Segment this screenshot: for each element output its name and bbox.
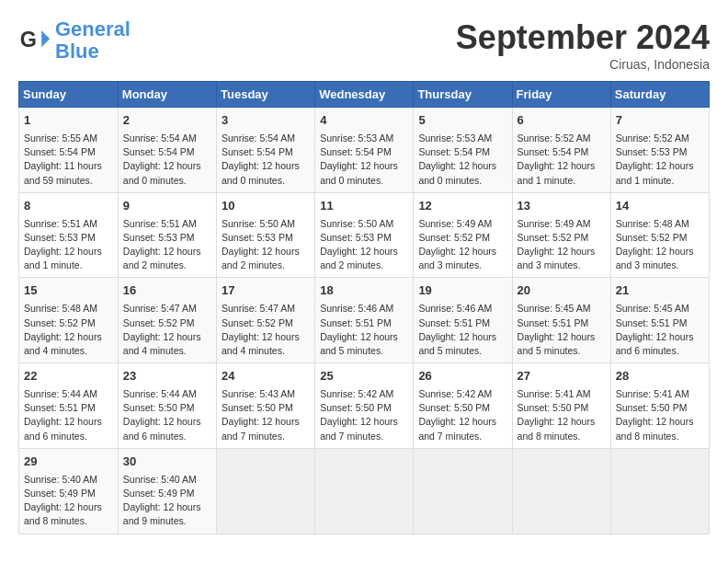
calendar-cell xyxy=(610,448,709,534)
day-number: 1 xyxy=(24,112,113,130)
day-number: 14 xyxy=(616,198,704,215)
calendar-week-4: 22Sunrise: 5:44 AMSunset: 5:51 PMDayligh… xyxy=(19,363,710,449)
day-number: 9 xyxy=(123,198,211,215)
day-number: 17 xyxy=(222,282,310,300)
calendar-cell: 28Sunrise: 5:41 AMSunset: 5:50 PMDayligh… xyxy=(610,363,709,449)
calendar-week-1: 1Sunrise: 5:55 AMSunset: 5:54 PMDaylight… xyxy=(19,108,710,193)
header-wednesday: Wednesday xyxy=(315,82,414,108)
header-friday: Friday xyxy=(512,82,610,108)
day-info: Sunrise: 5:52 AMSunset: 5:54 PMDaylight:… xyxy=(518,132,606,188)
logo-text: GeneralBlue xyxy=(55,18,131,63)
day-info: Sunrise: 5:50 AMSunset: 5:53 PMDaylight:… xyxy=(320,217,408,273)
day-number: 15 xyxy=(24,282,113,300)
calendar-week-2: 8Sunrise: 5:51 AMSunset: 5:53 PMDaylight… xyxy=(19,192,710,278)
calendar-cell: 15Sunrise: 5:48 AMSunset: 5:52 PMDayligh… xyxy=(19,278,119,363)
day-info: Sunrise: 5:42 AMSunset: 5:50 PMDaylight:… xyxy=(320,387,408,443)
day-info: Sunrise: 5:53 AMSunset: 5:54 PMDaylight:… xyxy=(320,132,408,188)
calendar-cell xyxy=(217,448,315,534)
calendar-cell: 18Sunrise: 5:46 AMSunset: 5:51 PMDayligh… xyxy=(315,278,414,363)
calendar-cell: 6Sunrise: 5:52 AMSunset: 5:54 PMDaylight… xyxy=(512,108,610,193)
location-subtitle: Ciruas, Indonesia xyxy=(456,57,710,72)
calendar-cell: 2Sunrise: 5:54 AMSunset: 5:54 PMDaylight… xyxy=(118,108,216,193)
calendar-cell: 19Sunrise: 5:46 AMSunset: 5:51 PMDayligh… xyxy=(414,278,512,363)
day-number: 22 xyxy=(24,368,113,385)
svg-text:G: G xyxy=(20,28,37,52)
calendar-cell: 17Sunrise: 5:47 AMSunset: 5:52 PMDayligh… xyxy=(217,278,315,363)
day-info: Sunrise: 5:44 AMSunset: 5:50 PMDaylight:… xyxy=(123,387,211,443)
logo-icon: G xyxy=(18,24,51,57)
day-info: Sunrise: 5:42 AMSunset: 5:50 PMDaylight:… xyxy=(418,387,506,443)
day-number: 10 xyxy=(222,198,310,215)
day-info: Sunrise: 5:50 AMSunset: 5:53 PMDaylight:… xyxy=(222,217,310,273)
calendar-cell: 13Sunrise: 5:49 AMSunset: 5:52 PMDayligh… xyxy=(512,192,610,278)
header-thursday: Thursday xyxy=(414,82,512,108)
calendar-cell: 12Sunrise: 5:49 AMSunset: 5:52 PMDayligh… xyxy=(414,192,512,278)
day-number: 25 xyxy=(320,368,408,385)
day-info: Sunrise: 5:53 AMSunset: 5:54 PMDaylight:… xyxy=(418,132,506,188)
calendar-table: SundayMondayTuesdayWednesdayThursdayFrid… xyxy=(18,81,710,534)
day-number: 23 xyxy=(123,368,211,385)
calendar-cell xyxy=(315,448,414,534)
month-title: September 2024 xyxy=(456,18,710,57)
day-number: 20 xyxy=(518,282,606,300)
day-info: Sunrise: 5:43 AMSunset: 5:50 PMDaylight:… xyxy=(222,387,310,443)
calendar-cell: 3Sunrise: 5:54 AMSunset: 5:54 PMDaylight… xyxy=(217,108,315,193)
calendar-cell: 5Sunrise: 5:53 AMSunset: 5:54 PMDaylight… xyxy=(414,108,512,193)
day-number: 28 xyxy=(616,368,704,385)
day-number: 4 xyxy=(320,112,408,130)
day-info: Sunrise: 5:51 AMSunset: 5:53 PMDaylight:… xyxy=(24,217,113,273)
calendar-cell: 8Sunrise: 5:51 AMSunset: 5:53 PMDaylight… xyxy=(19,192,119,278)
svg-marker-1 xyxy=(41,30,50,47)
calendar-cell: 7Sunrise: 5:52 AMSunset: 5:53 PMDaylight… xyxy=(610,108,709,193)
header-tuesday: Tuesday xyxy=(217,82,315,108)
day-info: Sunrise: 5:44 AMSunset: 5:51 PMDaylight:… xyxy=(24,387,113,443)
calendar-cell: 20Sunrise: 5:45 AMSunset: 5:51 PMDayligh… xyxy=(512,278,610,363)
day-info: Sunrise: 5:45 AMSunset: 5:51 PMDaylight:… xyxy=(518,302,606,358)
calendar-cell: 27Sunrise: 5:41 AMSunset: 5:50 PMDayligh… xyxy=(512,363,610,449)
header-sunday: Sunday xyxy=(19,82,119,108)
calendar-cell: 21Sunrise: 5:45 AMSunset: 5:51 PMDayligh… xyxy=(610,278,709,363)
day-number: 5 xyxy=(418,112,506,130)
day-info: Sunrise: 5:46 AMSunset: 5:51 PMDaylight:… xyxy=(320,302,408,358)
calendar-week-3: 15Sunrise: 5:48 AMSunset: 5:52 PMDayligh… xyxy=(19,278,710,363)
day-number: 11 xyxy=(320,198,408,215)
day-info: Sunrise: 5:54 AMSunset: 5:54 PMDaylight:… xyxy=(222,132,310,188)
day-info: Sunrise: 5:55 AMSunset: 5:54 PMDaylight:… xyxy=(24,132,113,188)
day-info: Sunrise: 5:47 AMSunset: 5:52 PMDaylight:… xyxy=(123,302,211,358)
calendar-cell: 29Sunrise: 5:40 AMSunset: 5:49 PMDayligh… xyxy=(19,448,119,534)
title-block: September 2024 Ciruas, Indonesia xyxy=(456,18,710,72)
day-info: Sunrise: 5:49 AMSunset: 5:52 PMDaylight:… xyxy=(418,217,506,273)
day-number: 3 xyxy=(222,112,310,130)
day-info: Sunrise: 5:51 AMSunset: 5:53 PMDaylight:… xyxy=(123,217,211,273)
day-number: 12 xyxy=(418,198,506,215)
page-header: G GeneralBlue September 2024 Ciruas, Ind… xyxy=(18,18,710,72)
day-info: Sunrise: 5:52 AMSunset: 5:53 PMDaylight:… xyxy=(616,132,704,188)
header-monday: Monday xyxy=(118,82,216,108)
calendar-week-5: 29Sunrise: 5:40 AMSunset: 5:49 PMDayligh… xyxy=(19,448,710,534)
day-info: Sunrise: 5:46 AMSunset: 5:51 PMDaylight:… xyxy=(418,302,506,358)
calendar-cell: 30Sunrise: 5:40 AMSunset: 5:49 PMDayligh… xyxy=(118,448,216,534)
calendar-cell: 23Sunrise: 5:44 AMSunset: 5:50 PMDayligh… xyxy=(118,363,216,449)
calendar-cell: 26Sunrise: 5:42 AMSunset: 5:50 PMDayligh… xyxy=(414,363,512,449)
day-number: 26 xyxy=(418,368,506,385)
calendar-cell: 1Sunrise: 5:55 AMSunset: 5:54 PMDaylight… xyxy=(19,108,119,193)
day-info: Sunrise: 5:45 AMSunset: 5:51 PMDaylight:… xyxy=(616,302,704,358)
calendar-cell: 9Sunrise: 5:51 AMSunset: 5:53 PMDaylight… xyxy=(118,192,216,278)
calendar-cell: 22Sunrise: 5:44 AMSunset: 5:51 PMDayligh… xyxy=(19,363,119,449)
day-info: Sunrise: 5:49 AMSunset: 5:52 PMDaylight:… xyxy=(518,217,606,273)
day-number: 18 xyxy=(320,282,408,300)
calendar-cell: 10Sunrise: 5:50 AMSunset: 5:53 PMDayligh… xyxy=(217,192,315,278)
day-info: Sunrise: 5:48 AMSunset: 5:52 PMDaylight:… xyxy=(24,302,113,358)
day-number: 24 xyxy=(222,368,310,385)
calendar-cell: 4Sunrise: 5:53 AMSunset: 5:54 PMDaylight… xyxy=(315,108,414,193)
day-info: Sunrise: 5:54 AMSunset: 5:54 PMDaylight:… xyxy=(123,132,211,188)
day-number: 30 xyxy=(123,454,211,471)
day-number: 7 xyxy=(616,112,704,130)
day-number: 6 xyxy=(518,112,606,130)
calendar-cell xyxy=(414,448,512,534)
day-number: 19 xyxy=(418,282,506,300)
calendar-cell: 16Sunrise: 5:47 AMSunset: 5:52 PMDayligh… xyxy=(118,278,216,363)
day-number: 16 xyxy=(123,282,211,300)
calendar-cell: 14Sunrise: 5:48 AMSunset: 5:52 PMDayligh… xyxy=(610,192,709,278)
day-number: 21 xyxy=(616,282,704,300)
